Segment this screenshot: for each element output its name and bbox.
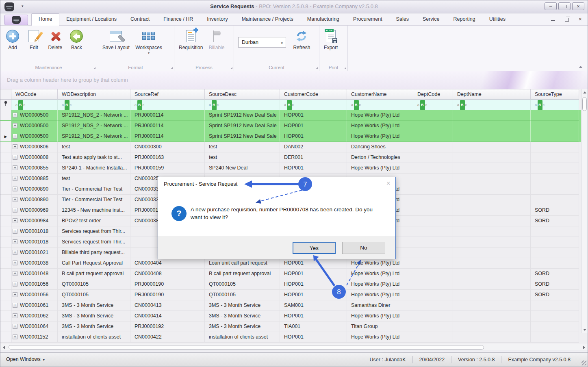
expand-icon[interactable]: + xyxy=(13,165,17,170)
cell-custname[interactable]: Hope Works (Pty) Ltd xyxy=(347,163,413,174)
cell-sourceref[interactable]: PRJ0000190 xyxy=(130,290,205,300)
cell-sourcedesc[interactable]: Sprint SP1912 New Deal Sale xyxy=(205,131,280,142)
column-header-sourceref[interactable]: SourceRef xyxy=(130,89,205,100)
cell-deptname[interactable] xyxy=(453,332,531,343)
cell-sourcetype[interactable] xyxy=(531,300,579,311)
cell-wocode[interactable]: +WO0000984 xyxy=(11,216,58,226)
app-menu-button[interactable] xyxy=(4,15,28,25)
table-row[interactable]: +WO0000500SP1912_NDS_2 - Network ...PRJ0… xyxy=(0,121,588,131)
add-button[interactable]: Add xyxy=(3,28,22,50)
cell-custname[interactable]: Dancing Shoes xyxy=(347,142,413,152)
minimize-button[interactable]: – xyxy=(545,2,557,10)
expand-icon[interactable]: + xyxy=(13,197,17,202)
expand-icon[interactable]: + xyxy=(13,176,17,181)
expand-icon[interactable]: + xyxy=(13,261,17,265)
cell-wodesc[interactable]: SP1912_NDS_2 - Network ... xyxy=(58,121,130,131)
cell-sourcetype[interactable] xyxy=(531,142,579,152)
cell-deptcode[interactable] xyxy=(413,332,453,343)
requisition-button[interactable]: Requisition xyxy=(177,28,205,50)
cell-deptname[interactable] xyxy=(453,110,531,121)
cell-sourcetype[interactable] xyxy=(531,174,579,184)
cell-sourcetype[interactable]: SORD xyxy=(531,269,579,279)
expand-icon[interactable]: + xyxy=(13,292,17,297)
current-site-select[interactable]: Durban▾ xyxy=(238,37,286,48)
resize-grip[interactable] xyxy=(581,360,586,365)
tab-service[interactable]: Service xyxy=(416,13,447,26)
cell-wocode[interactable]: +WO0000890 xyxy=(11,195,58,205)
column-header-customercode[interactable]: CustomerCode xyxy=(280,89,347,100)
expand-icon[interactable]: + xyxy=(13,134,17,139)
cell-wodesc[interactable]: Call Part Request Approval xyxy=(58,258,130,269)
cell-sourceref[interactable]: PRJ0000114 xyxy=(130,121,205,131)
expand-icon[interactable]: + xyxy=(13,271,17,276)
tab-maintenance-projects[interactable]: Maintenance / Projects xyxy=(235,13,300,26)
cell-deptname[interactable] xyxy=(453,237,531,248)
expand-icon[interactable]: + xyxy=(13,334,17,339)
expand-icon[interactable]: + xyxy=(13,187,17,191)
cell-deptcode[interactable] xyxy=(413,226,453,237)
cell-deptname[interactable] xyxy=(453,152,531,163)
expand-icon[interactable]: + xyxy=(13,155,17,160)
cell-wodesc[interactable]: Test auto apply task to st... xyxy=(58,152,130,163)
cell-wodesc[interactable]: QT0000105 xyxy=(58,279,130,290)
cell-wodesc[interactable]: Services request from Thir... xyxy=(58,237,130,248)
cell-custcode[interactable]: HOP001 xyxy=(280,131,347,142)
cell-custname[interactable]: Hope Works (Pty) Ltd xyxy=(347,269,413,279)
cell-sourcetype[interactable] xyxy=(531,110,579,121)
cell-sourcetype[interactable]: SORD xyxy=(531,279,579,290)
dialog-close-icon[interactable]: × xyxy=(386,179,391,188)
cell-sourcedesc[interactable]: B call part request approval xyxy=(205,269,280,279)
filter-cell-deptname[interactable]: aBc xyxy=(453,100,531,110)
cell-deptcode[interactable] xyxy=(413,184,453,195)
cell-deptcode[interactable] xyxy=(413,258,453,269)
table-row[interactable]: +WO00010623MS - 3 Month ServiceCN0000414… xyxy=(0,311,588,321)
expand-icon[interactable]: + xyxy=(13,113,17,117)
column-header-deptname[interactable]: DeptName xyxy=(453,89,531,100)
cell-sourcetype[interactable]: SORD xyxy=(531,205,579,216)
cell-custcode[interactable]: HOP001 xyxy=(280,121,347,131)
cell-wodesc[interactable]: 3MS - 3 Month Service xyxy=(58,300,130,311)
cell-deptname[interactable] xyxy=(453,279,531,290)
cell-wodesc[interactable]: Tier - Commercial Tier Test xyxy=(58,195,130,205)
tab-inventory[interactable]: Inventory xyxy=(200,13,234,26)
horizontal-scrollbar[interactable] xyxy=(0,344,588,350)
cell-custname[interactable]: Hope Works (Pty) Ltd xyxy=(347,311,413,321)
cell-custname[interactable]: Hope Works (Pty) Ltd xyxy=(347,110,413,121)
table-row[interactable]: +WO0000808Test auto apply task to st...P… xyxy=(0,152,588,163)
cell-deptcode[interactable] xyxy=(413,142,453,152)
cell-sourcedesc[interactable]: 3MS - 3 Month Service xyxy=(205,300,280,311)
no-button[interactable]: No xyxy=(342,242,385,254)
cell-custname[interactable]: Hope Works (Pty) Ltd xyxy=(347,279,413,290)
cell-custcode[interactable]: HOP001 xyxy=(280,279,347,290)
cell-custcode[interactable]: HOP001 xyxy=(280,163,347,174)
open-windows-button[interactable]: Open Windows▼ xyxy=(6,356,46,362)
cell-sourceref[interactable]: CN0000413 xyxy=(130,300,205,311)
table-row[interactable]: +WO0000806testCN0000300testDAN002Dancing… xyxy=(0,142,588,152)
cell-deptname[interactable] xyxy=(453,269,531,279)
ribbon-collapse-icon[interactable] xyxy=(579,66,583,68)
cell-sourceref[interactable]: PRJ0000190 xyxy=(130,279,205,290)
cell-wocode[interactable]: +WO0000808 xyxy=(11,152,58,163)
cell-sourcetype[interactable] xyxy=(531,121,579,131)
table-row[interactable]: +WO0001056QT0000105PRJ0000190QT0000105HO… xyxy=(0,279,588,290)
cell-wocode[interactable]: +WO0000855 xyxy=(11,163,58,174)
cell-wocode[interactable]: +WO0000806 xyxy=(11,142,58,152)
column-header-sourcedesc[interactable]: SourceDesc xyxy=(205,89,280,100)
cell-custname[interactable]: Hope Works (Pty) Ltd xyxy=(347,258,413,269)
cell-custcode[interactable]: HOP001 xyxy=(280,269,347,279)
cell-wocode[interactable]: +WO0000969 xyxy=(11,205,58,216)
cell-sourcetype[interactable] xyxy=(531,131,579,142)
cell-sourceref[interactable]: CN0000408 xyxy=(130,269,205,279)
table-row[interactable]: +WO0000855SP240-1 - Machine Installa...P… xyxy=(0,163,588,174)
cell-custcode[interactable]: HOP001 xyxy=(280,258,347,269)
cell-sourcetype[interactable]: SORD xyxy=(531,290,579,300)
cell-sourcetype[interactable] xyxy=(531,258,579,269)
export-button[interactable]: XLSXExport xyxy=(321,28,341,50)
cell-sourceref[interactable]: PRJ0000163 xyxy=(130,152,205,163)
table-row[interactable]: +WO00010643MS - 3 Month ServicePRJ000019… xyxy=(0,321,588,332)
cell-sourcedesc[interactable]: Loan unit call part request xyxy=(205,258,280,269)
cell-deptcode[interactable] xyxy=(413,237,453,248)
cell-sourcetype[interactable] xyxy=(531,332,579,343)
cell-wocode[interactable]: +WO0001152 xyxy=(11,332,58,343)
cell-wocode[interactable]: +WO0000500 xyxy=(11,110,58,121)
